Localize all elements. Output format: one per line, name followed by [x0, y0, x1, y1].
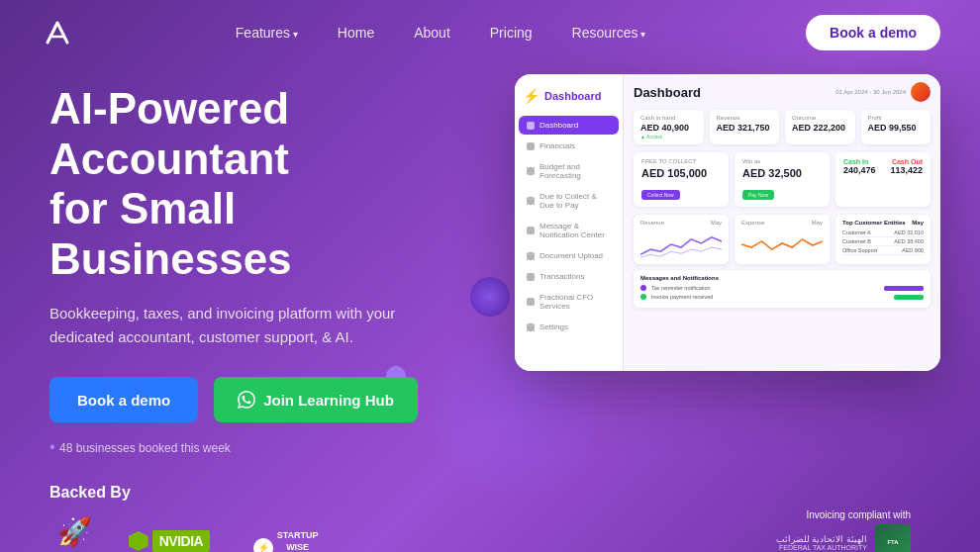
top-customer-period: May	[912, 220, 924, 226]
sidebar-item-due[interactable]: Due to Collect & Due to Pay	[519, 187, 619, 215]
nav-link-pricing[interactable]: Pricing	[490, 25, 533, 41]
nav-item-pricing[interactable]: Pricing	[490, 24, 533, 42]
revenue-chart: Revenue May	[634, 215, 729, 264]
dashboard-icon	[527, 122, 535, 130]
messages-card: Messages and Notifications Tax reminder …	[634, 270, 931, 308]
top-customer-title: Top Customer Entities	[842, 220, 906, 226]
dashboard-header: Dashboard 01 Apr 2024 - 30 Jun 2024	[634, 82, 931, 102]
nav-link-about[interactable]: About	[414, 25, 450, 41]
sidebar-item-budget[interactable]: Budget and Forecasting	[519, 157, 619, 185]
nvidia-eye-icon	[129, 531, 148, 551]
book-demo-button[interactable]: Book a demo	[49, 377, 198, 422]
tax-arabic-text: الهيئة الاتحادية للضرائب	[776, 534, 867, 544]
nav-link-features[interactable]: Features	[236, 25, 298, 41]
dashboard-main: Dashboard 01 Apr 2024 - 30 Jun 2024 Cash…	[624, 74, 940, 371]
microsoft-backer: 🚀 Microsoftfor Startups	[49, 515, 101, 552]
nav-book-demo-button[interactable]: Book a demo	[806, 15, 940, 50]
settings-icon	[527, 323, 535, 331]
budget-icon	[527, 167, 535, 175]
nav-links: Features Home About Pricing Resources	[236, 24, 645, 42]
revenue-chart-period: May	[711, 220, 722, 226]
dashboard-logo-icon: ⚡	[523, 88, 539, 104]
msg-item-2: Invoice payment received	[640, 294, 924, 300]
sidebar-item-settings[interactable]: Settings	[519, 318, 619, 336]
tax-english-text: FEDERAL TAX AUTHORITY	[776, 544, 867, 551]
collect-button[interactable]: Collect Now	[641, 190, 680, 200]
sidebar-item-dashboard[interactable]: Dashboard	[519, 116, 619, 135]
cash-flow-card: Cash In Cash Out 240,476 113,422	[835, 152, 931, 207]
transactions-icon	[527, 273, 535, 281]
table-row-1: Customer AAED 32,010	[842, 229, 924, 237]
pay-button[interactable]: Pay Now	[742, 190, 774, 200]
rocket-icon: 🚀	[57, 515, 92, 548]
startup-wise-backer: ⚡ STARTUPWISEGUYS	[253, 530, 319, 552]
nav-item-about[interactable]: About	[414, 24, 450, 42]
cta-buttons: Book a demo Join Learning Hub	[49, 377, 485, 422]
startup-wise-icon: ⚡	[253, 538, 273, 552]
revenue-chart-svg	[640, 229, 722, 260]
nav-item-home[interactable]: Home	[338, 24, 374, 42]
nav-logo[interactable]	[40, 15, 75, 50]
cash-values-row: 240,476 113,422	[843, 165, 923, 175]
nav-link-home[interactable]: Home	[338, 25, 374, 41]
msg-item-1: Tax reminder notification	[640, 285, 924, 291]
backers-list: 🚀 Microsoftfor Startups NVIDIA INCEPTION…	[49, 515, 485, 552]
nav-link-resources[interactable]: Resources	[572, 25, 646, 41]
hero-title-line2: for Small Businesses	[49, 184, 292, 283]
sidebar-item-financials[interactable]: Financials	[519, 137, 619, 155]
stats-row: Cash in hand AED 40,900 ▲ Access Revenue…	[634, 110, 931, 144]
sidebar-item-messages[interactable]: Message & Notification Center	[519, 217, 619, 244]
stat-profit: Profit AED 99,550	[861, 110, 931, 144]
msg-text-1: Tax reminder notification	[651, 285, 711, 291]
social-proof-text: 48 businesses booked this week	[49, 438, 485, 456]
msg-dot-1	[640, 285, 646, 291]
revenue-chart-title: Revenue	[640, 220, 664, 226]
cash-in-row: Cash In Cash Out	[843, 158, 923, 165]
charts-row: Revenue May Expense May	[634, 215, 931, 264]
metric-win-as: Win as AED 32,500 Pay Now	[735, 152, 830, 207]
dashboard-title: Dashboard	[634, 85, 701, 100]
learning-hub-label: Join Learning Hub	[263, 392, 394, 409]
nav-item-features[interactable]: Features	[236, 24, 298, 42]
top-customer-table: Top Customer Entities May Customer AAED …	[835, 215, 931, 264]
expense-chart: Expense May	[735, 215, 830, 264]
cfo-icon	[527, 298, 535, 306]
tax-compliance-text: Invoicing compliant with	[776, 509, 911, 520]
user-avatar[interactable]	[911, 82, 931, 102]
messages-title: Messages and Notifications	[640, 275, 924, 281]
expense-chart-period: May	[812, 220, 823, 226]
msg-text-2: Invoice payment received	[651, 294, 713, 300]
whatsapp-icon	[238, 391, 255, 409]
stat-outcome: Outcome AED 222,200	[785, 110, 855, 144]
backed-by-label: Backed By	[49, 484, 485, 502]
dashboard-mockup: ⚡ Dashboard Dashboard Financials Budget …	[515, 74, 940, 371]
nvidia-logo-text: NVIDIA	[152, 530, 210, 552]
expense-chart-svg	[741, 229, 823, 260]
expense-chart-title: Expense	[741, 220, 764, 226]
sidebar-item-cfo[interactable]: Fractional CFO Services	[519, 288, 619, 316]
table-row-3: Office SupportAED 900	[842, 246, 924, 255]
sidebar-item-documents[interactable]: Document Upload	[519, 246, 619, 265]
date-filter[interactable]: 01 Apr 2024 - 30 Jun 2024	[835, 89, 906, 95]
dashboard-logo-text: Dashboard	[544, 90, 601, 102]
sidebar-item-transactions[interactable]: Transactions	[519, 267, 619, 286]
fta-badge: FTA	[875, 524, 911, 552]
dashboard-logo: ⚡ Dashboard	[515, 82, 623, 114]
hero-subtitle: Bookkeeping, taxes, and invoicing platfo…	[49, 302, 426, 349]
tax-authority: Invoicing compliant with الهيئة الاتحادي…	[776, 509, 911, 552]
table-row-2: Customer BAED 28,400	[842, 237, 924, 246]
left-column: AI-Powered Accountant for Small Business…	[49, 74, 485, 552]
hero-title: AI-Powered Accountant for Small Business…	[49, 84, 485, 284]
metrics-row: FREE TO COLLECT AED 105,000 Collect Now …	[634, 152, 931, 207]
nav-item-resources[interactable]: Resources	[572, 24, 646, 42]
tax-logo-area: الهيئة الاتحادية للضرائب FEDERAL TAX AUT…	[776, 524, 911, 552]
navbar: Features Home About Pricing Resources Bo…	[0, 0, 980, 64]
logo-icon	[40, 15, 75, 50]
nvidia-backer: NVIDIA INCEPTION PROGRAM	[129, 530, 226, 552]
startup-wise-text: STARTUPWISEGUYS	[277, 530, 319, 552]
metric-free-to-collect: FREE TO COLLECT AED 105,000 Collect Now	[634, 152, 729, 207]
stat-cash-in-hand: Cash in hand AED 40,900 ▲ Access	[634, 110, 704, 144]
join-learning-hub-button[interactable]: Join Learning Hub	[214, 377, 418, 422]
msg-bar-1	[884, 286, 924, 291]
messages-icon	[527, 227, 535, 234]
